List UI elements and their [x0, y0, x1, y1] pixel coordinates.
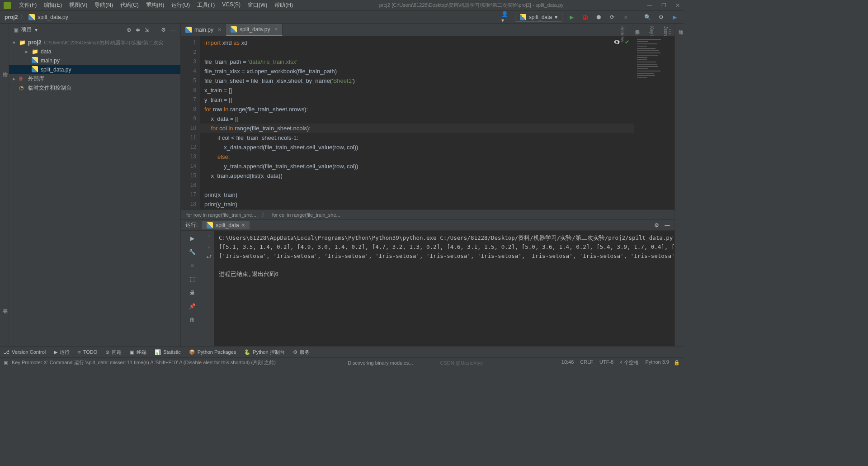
bottom-tab[interactable]: ▣终端	[130, 349, 146, 356]
status-item[interactable]: 10:46	[561, 359, 574, 366]
editor-area: main.py×spilt_data.py× ⋮ 123456789101112…	[181, 24, 675, 346]
down-icon[interactable]: ↓	[208, 243, 210, 250]
hide-icon[interactable]: —	[170, 27, 176, 33]
left-tool-gutter[interactable]: 结构 书签	[0, 24, 9, 346]
navbar: proj2 〉 spilt_data.py 👤▾ spilt_data ▾ ▶ …	[0, 11, 684, 24]
menubar: 文件(F)编辑(E)视图(V)导航(N)代码(C)重构(R)运行(U)工具(T)…	[16, 0, 296, 10]
close-icon[interactable]: ×	[274, 26, 278, 33]
tree-item[interactable]: spilt_data.py	[9, 65, 180, 74]
run-tab-label: spilt_data	[216, 222, 239, 228]
pin-icon[interactable]: 📌	[187, 301, 197, 311]
debug-button[interactable]: 🐞	[580, 13, 590, 22]
gear-icon[interactable]: ⚙	[654, 222, 659, 228]
stop-button[interactable]: ■	[621, 13, 630, 22]
trash-icon[interactable]: 🗑	[187, 315, 197, 325]
python-icon	[520, 14, 526, 20]
status-item[interactable]: CRLF	[580, 359, 593, 366]
breadcrumb-root[interactable]: proj2	[5, 14, 18, 20]
crumb2[interactable]: for col in range(file_train_she...	[272, 212, 340, 218]
gear-icon[interactable]: ⚙	[161, 27, 166, 33]
status-item[interactable]: UTF-8	[599, 359, 613, 366]
status-center: Discovering binary modules...	[348, 360, 413, 366]
lock-icon[interactable]: 🔒	[674, 360, 680, 366]
chevron-down-icon[interactable]: ▾	[35, 27, 38, 33]
status-item[interactable]: 4 个空格	[620, 359, 639, 366]
menu-item[interactable]: VCS(S)	[219, 0, 243, 10]
tree-scratches[interactable]: ◔ 临时文件和控制台	[9, 83, 180, 92]
line-gutter: 123456789101112131415161718	[181, 36, 200, 209]
search-icon[interactable]: 🔍	[643, 13, 652, 22]
external-libs-label: 外部库	[28, 75, 44, 83]
bottom-tab[interactable]: ≡TODO	[78, 349, 97, 355]
bottom-tab[interactable]: ⊘问题	[105, 349, 122, 356]
status-message: Key Promoter X: Command 运行 'spilt_data' …	[12, 359, 276, 366]
menu-item[interactable]: 重构(R)	[143, 0, 167, 10]
python-icon	[207, 222, 213, 228]
bottom-tab[interactable]: 📦Python Packages	[189, 349, 236, 355]
ok-check-icon[interactable]: ✔	[625, 39, 629, 45]
bottom-tab[interactable]: ▶运行	[54, 349, 70, 356]
menu-item[interactable]: 运行(U)	[169, 0, 193, 10]
settings-icon[interactable]: ⚙	[656, 13, 665, 22]
minimap[interactable]	[634, 36, 675, 209]
menu-item[interactable]: 代码(C)	[118, 0, 142, 10]
bottom-tab[interactable]: ⚙服务	[293, 349, 310, 356]
menu-item[interactable]: 工具(T)	[194, 0, 217, 10]
close-icon[interactable]: ×	[218, 27, 221, 33]
editor[interactable]: 123456789101112131415161718 import xlrd …	[181, 36, 675, 209]
titlebar: 文件(F)编辑(E)视图(V)导航(N)代码(C)重构(R)运行(U)工具(T)…	[0, 0, 684, 11]
inspections-off-icon[interactable]: 👁‍🗨	[613, 39, 620, 45]
minimize-icon[interactable]: —	[647, 2, 652, 9]
right-tool-tab[interactable]: 通知	[677, 26, 684, 346]
bottom-tab[interactable]: 📊Statistic	[155, 349, 181, 355]
wrap-icon[interactable]: ⮐	[206, 253, 212, 260]
code-content[interactable]: import xlrd as xdfile_train_path = 'data…	[200, 36, 634, 209]
sidebar-header: ▣ 项目 ▾ ⊕ ≑ ⇲ ⚙ —	[9, 24, 180, 36]
status-item[interactable]: Python 3.9	[645, 359, 669, 366]
bottom-tab[interactable]: 🐍Python 控制台	[244, 349, 284, 356]
editor-tab[interactable]: spilt_data.py×	[226, 24, 283, 36]
user-icon[interactable]: 👤▾	[501, 13, 510, 22]
target-icon[interactable]: ⊕	[127, 27, 131, 33]
close-icon[interactable]: ×	[242, 222, 245, 228]
menu-item[interactable]: 编辑(E)	[41, 0, 65, 10]
print-icon[interactable]: 🖶	[187, 288, 197, 298]
maximize-icon[interactable]: ❐	[661, 2, 666, 9]
menu-item[interactable]: 帮助(H)	[272, 0, 296, 10]
profile-button[interactable]: ⟳	[608, 13, 617, 22]
menu-item[interactable]: 导航(N)	[92, 0, 116, 10]
up-icon[interactable]: ↑	[208, 233, 210, 240]
crumb1[interactable]: for row in range(file_train_she...	[186, 212, 256, 218]
run-config-selector[interactable]: spilt_data ▾	[515, 13, 562, 22]
status-indicator-icon[interactable]: ▣	[4, 360, 8, 366]
tree-root[interactable]: ▾📁 proj2 C:\Users\81228\Desktop\资料\机器学习\…	[9, 38, 180, 47]
editor-tab[interactable]: main.py×	[181, 24, 226, 36]
right-tool-gutter[interactable]: 通知Json ParserKey Promoter X数据库SciView	[675, 24, 684, 346]
tree-root-label: proj2	[28, 39, 41, 46]
tree-item[interactable]: ▸📁data	[9, 47, 180, 56]
project-icon: ▣	[14, 27, 19, 33]
menu-item[interactable]: 视图(V)	[66, 0, 90, 10]
console-output[interactable]: C:\Users\81228\AppData\Local\Programs\Py…	[214, 231, 675, 346]
coverage-button[interactable]: ⬢	[594, 13, 603, 22]
expand-icon[interactable]: ⇲	[145, 27, 149, 33]
run-panel: 运行: spilt_data × ⚙ — ▶ 🔧 ■ ⬚ 🖶	[181, 219, 675, 346]
collapse-icon[interactable]: ≑	[136, 27, 140, 33]
menu-item[interactable]: 窗口(W)	[245, 0, 270, 10]
bottom-tab[interactable]: ⎇Version Control	[4, 349, 46, 355]
close-icon[interactable]: ✕	[675, 2, 680, 9]
breadcrumb-file[interactable]: spilt_data.py	[38, 14, 68, 20]
tree-item[interactable]: main.py	[9, 56, 180, 65]
learn-icon[interactable]: ▶	[670, 13, 679, 22]
main-area: 结构 书签 ▣ 项目 ▾ ⊕ ≑ ⇲ ⚙ — ▾📁 proj2 C:\Users…	[0, 24, 684, 346]
wrench-icon[interactable]: 🔧	[187, 247, 197, 257]
run-tab[interactable]: spilt_data ×	[202, 221, 249, 229]
menu-item[interactable]: 文件(F)	[16, 0, 39, 10]
run-tool-buttons: ▶ 🔧 ■ ⬚ 🖶 📌 🗑	[181, 231, 203, 346]
project-sidebar: ▣ 项目 ▾ ⊕ ≑ ⇲ ⚙ — ▾📁 proj2 C:\Users\81228…	[9, 24, 181, 346]
layout-icon[interactable]: ⬚	[187, 274, 197, 284]
stop-button[interactable]: ■	[187, 261, 197, 271]
rerun-button[interactable]: ▶	[187, 233, 197, 243]
tree-external-libs[interactable]: ▸⊪ 外部库	[9, 74, 180, 83]
run-button[interactable]: ▶	[567, 13, 576, 22]
